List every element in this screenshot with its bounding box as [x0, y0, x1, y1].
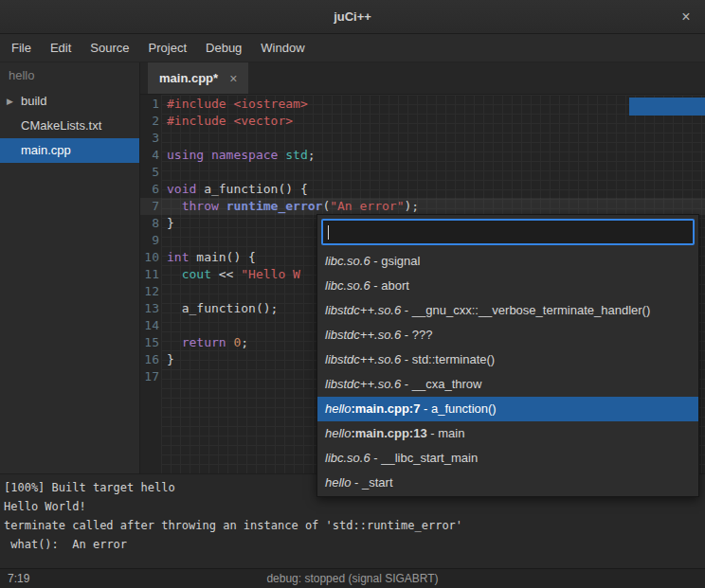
line-code — [159, 368, 167, 385]
tab-bar: main.cpp* × — [140, 62, 705, 95]
menu-edit[interactable]: Edit — [41, 36, 81, 60]
code-line-6[interactable]: 6void a_function() { — [140, 181, 705, 198]
line-code: throw runtime_error("An error"); — [159, 198, 419, 215]
line-number: 17 — [140, 368, 159, 385]
line-number: 8 — [140, 215, 159, 232]
code-line-7[interactable]: 7 throw runtime_error("An error"); — [140, 198, 705, 215]
tab-main-cpp[interactable]: main.cpp* × — [148, 62, 248, 94]
backtrace-popup: libc.so.6 - gsignallibc.so.6 - abortlibs… — [316, 214, 699, 497]
backtrace-item[interactable]: libstdc++.so.6 - __cxa_throw — [317, 372, 698, 397]
sidebar: hello ▶buildCMakeLists.txtmain.cpp — [0, 62, 140, 473]
code-line-5[interactable]: 5 — [140, 164, 705, 181]
code-line-2[interactable]: 2#include <vector> — [140, 113, 705, 130]
tree-item-build[interactable]: ▶build — [0, 89, 139, 114]
line-number: 7 — [140, 198, 159, 215]
text-caret — [328, 225, 329, 240]
line-number: 11 — [140, 266, 159, 283]
backtrace-item[interactable]: libc.so.6 - gsignal — [317, 249, 698, 274]
project-name: hello — [0, 62, 139, 89]
line-number: 1 — [140, 96, 159, 113]
backtrace-list: libc.so.6 - gsignallibc.so.6 - abortlibs… — [317, 249, 698, 496]
backtrace-item[interactable]: libstdc++.so.6 - std::terminate() — [317, 347, 698, 372]
backtrace-item[interactable]: hello:main.cpp:7 - a_function() — [317, 397, 698, 421]
menu-debug[interactable]: Debug — [196, 36, 251, 60]
line-code: } — [159, 351, 174, 368]
line-code — [159, 283, 167, 300]
line-code — [159, 130, 167, 147]
backtrace-item[interactable]: libc.so.6 - abort — [317, 274, 698, 298]
menu-source[interactable]: Source — [81, 36, 138, 60]
scrollbar-thumb[interactable] — [629, 98, 705, 116]
line-number: 13 — [140, 300, 159, 317]
line-number: 10 — [140, 249, 159, 266]
console-line: what(): An error — [4, 535, 701, 554]
line-number: 4 — [140, 147, 159, 164]
cursor-position: 7:19 — [8, 572, 29, 585]
status-bar: 7:19 debug: stopped (signal SIGABRT) — [0, 568, 705, 588]
backtrace-item[interactable]: hello - _start — [317, 471, 698, 495]
line-number: 6 — [140, 181, 159, 198]
line-number: 5 — [140, 164, 159, 181]
line-code: int main() { — [159, 249, 256, 266]
code-line-4[interactable]: 4using namespace std; — [140, 147, 705, 164]
line-number: 15 — [140, 334, 159, 351]
tree-item-cmakelists-txt[interactable]: CMakeLists.txt — [0, 114, 139, 138]
line-code: a_function(); — [159, 300, 278, 317]
tab-close-icon[interactable]: × — [229, 71, 237, 86]
tree-item-main-cpp[interactable]: main.cpp — [0, 138, 139, 163]
popup-search-input[interactable] — [321, 219, 695, 245]
line-number: 2 — [140, 113, 159, 130]
line-number: 12 — [140, 283, 159, 300]
line-code: #include <vector> — [159, 113, 293, 130]
console-line: terminate called after throwing an insta… — [4, 516, 701, 535]
line-number: 9 — [140, 232, 159, 249]
line-number: 3 — [140, 130, 159, 147]
line-code — [159, 317, 167, 334]
line-code: void a_function() { — [159, 181, 308, 198]
line-number: 16 — [140, 351, 159, 368]
backtrace-item[interactable]: libc.so.6 - __libc_start_main — [317, 446, 698, 471]
tree-item-label: main.cpp — [21, 143, 71, 157]
line-number: 14 — [140, 317, 159, 334]
debug-status: debug: stopped (signal SIGABRT) — [0, 572, 705, 585]
line-code — [159, 232, 167, 249]
backtrace-item[interactable]: libstdc++.so.6 - ??? — [317, 323, 698, 347]
window-close-icon[interactable]: × — [676, 9, 696, 26]
console-line: Hello World! — [4, 497, 701, 516]
window-title: juCi++ — [334, 9, 371, 24]
tree-item-label: build — [21, 94, 46, 108]
menu-window[interactable]: Window — [251, 36, 314, 60]
line-code — [159, 164, 167, 181]
expander-icon[interactable]: ▶ — [7, 89, 13, 114]
title-bar: juCi++ × — [0, 0, 705, 34]
code-line-1[interactable]: 1#include <iostream> — [140, 96, 705, 113]
menu-project[interactable]: Project — [139, 36, 196, 60]
menu-bar: FileEditSourceProjectDebugWindow — [0, 34, 705, 62]
tree-item-label: CMakeLists.txt — [21, 118, 101, 133]
tab-label: main.cpp* — [159, 71, 218, 85]
menu-file[interactable]: File — [2, 36, 41, 60]
file-tree: ▶buildCMakeLists.txtmain.cpp — [0, 89, 139, 163]
backtrace-item[interactable]: hello:main.cpp:13 - main — [317, 421, 698, 446]
line-code: using namespace std; — [159, 147, 316, 164]
line-code: return 0; — [159, 334, 248, 351]
line-code: cout << "Hello W — [159, 266, 300, 283]
line-code: } — [159, 215, 174, 232]
line-code: #include <iostream> — [159, 96, 308, 113]
backtrace-item[interactable]: libstdc++.so.6 - __gnu_cxx::__verbose_te… — [317, 298, 698, 323]
code-line-3[interactable]: 3 — [140, 130, 705, 147]
